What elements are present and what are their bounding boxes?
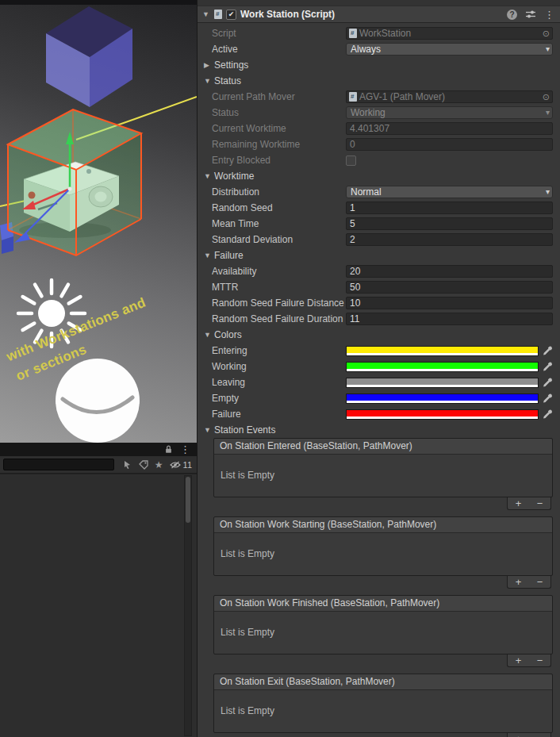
leaving-label: Leaving <box>212 377 346 388</box>
row-active: Active Always ▾ <box>198 41 560 57</box>
mttr-label: MTTR <box>212 282 346 293</box>
row-mean-time: Mean Time <box>198 216 560 232</box>
entry-blocked-label: Entry Blocked <box>212 155 346 166</box>
leaving-color-swatch[interactable] <box>346 378 539 388</box>
eyedropper-icon[interactable] <box>543 362 553 372</box>
row-color-leaving: Leaving <box>198 374 560 390</box>
event-empty-text: List is Empty <box>214 533 552 575</box>
entering-color-swatch[interactable] <box>346 346 539 356</box>
status-label: Status <box>212 107 346 118</box>
foldout-settings-label: Settings <box>214 59 248 71</box>
event-title: On Station Work Finished (BaseStation, P… <box>214 596 552 612</box>
foldout-failure[interactable]: ▼ Failure <box>198 248 560 263</box>
eyedropper-icon[interactable] <box>543 409 553 420</box>
foldout-worktime[interactable]: ▼ Worktime <box>198 168 560 184</box>
mttr-field[interactable] <box>346 281 553 294</box>
inspector-panel: ▼ ✔ Work Station (Script) ? ⋮ Script <box>197 0 560 737</box>
row-entry-blocked: Entry Blocked <box>198 152 560 168</box>
current-path-mover-field[interactable]: AGV-1 (Path Mover) ⊙ <box>346 90 553 103</box>
hidden-objects-count[interactable]: 11 <box>170 460 192 470</box>
pointer-icon[interactable] <box>123 460 132 470</box>
object-picker-icon[interactable]: ⊙ <box>543 93 550 102</box>
chevron-right-icon: ▶ <box>204 61 214 69</box>
current-path-mover-label: Current Path Mover <box>212 91 346 102</box>
lock-icon[interactable] <box>164 444 173 455</box>
script-object-field[interactable]: WorkStation ⊙ <box>346 27 553 40</box>
standard-deviation-field[interactable] <box>346 233 553 246</box>
empty-color-swatch[interactable] <box>346 393 539 404</box>
foldout-station-events[interactable]: ▼ Station Events <box>198 422 560 438</box>
active-dropdown[interactable]: Always ▾ <box>346 43 553 56</box>
foldout-status[interactable]: ▼ Status <box>198 73 560 89</box>
entry-blocked-checkbox <box>346 155 356 166</box>
mean-time-field[interactable] <box>346 217 553 230</box>
remove-button[interactable]: − <box>537 734 543 737</box>
component-enabled-checkbox[interactable]: ✔ <box>226 10 236 20</box>
kebab-menu-icon[interactable]: ⋮ <box>180 444 190 455</box>
row-remaining-worktime: Remaining Worktime 0 <box>198 136 560 152</box>
availability-field[interactable] <box>346 265 553 278</box>
event-empty-text: List is Empty <box>214 455 552 497</box>
eyedropper-icon[interactable] <box>543 378 553 388</box>
row-color-working: Working <box>198 359 560 374</box>
component-header: ▼ ✔ Work Station (Script) ? ⋮ <box>198 6 560 23</box>
tag-icon[interactable] <box>139 460 148 470</box>
entering-label: Entering <box>212 345 346 356</box>
search-input[interactable] <box>3 459 114 470</box>
row-mttr: MTTR <box>198 279 560 295</box>
event-list-buttons: + − <box>507 576 551 589</box>
failure-color-swatch[interactable] <box>346 409 539 420</box>
event-list-buttons: + − <box>507 497 551 510</box>
scrollbar-track[interactable] <box>184 475 192 736</box>
scrollbar-thumb[interactable] <box>186 477 190 523</box>
foldout-worktime-label: Worktime <box>214 171 254 182</box>
add-button[interactable]: + <box>516 498 522 509</box>
chevron-down-icon: ▼ <box>204 251 214 259</box>
component-foldout-icon[interactable]: ▼ <box>202 10 210 18</box>
presets-icon[interactable] <box>525 10 536 19</box>
foldout-colors[interactable]: ▼ Colors <box>198 327 560 343</box>
favorites-star-icon[interactable]: ★ <box>155 460 163 470</box>
random-seed-failure-duration-field[interactable] <box>346 313 553 325</box>
random-seed-failure-distance-field[interactable] <box>346 297 553 309</box>
scene-view[interactable]: with Workstations and or sections <box>0 0 197 443</box>
row-status: Status Working ▾ <box>198 105 560 121</box>
add-button[interactable]: + <box>516 577 522 588</box>
header-icons: ? ⋮ <box>507 10 554 20</box>
current-worktime-label: Current Worktime <box>212 123 346 134</box>
current-worktime-field: 4.401307 <box>346 122 553 135</box>
distribution-dropdown[interactable]: Normal ▾ <box>346 186 553 198</box>
script-object-name: WorkStation <box>359 28 540 39</box>
remaining-worktime-label: Remaining Worktime <box>212 139 346 150</box>
remove-button[interactable]: − <box>537 498 543 509</box>
working-color-swatch[interactable] <box>346 362 539 372</box>
foldout-settings[interactable]: ▶ Settings <box>198 57 560 73</box>
add-button[interactable]: + <box>516 734 522 737</box>
chevron-down-icon: ▼ <box>204 77 214 85</box>
event-empty-text: List is Empty <box>214 690 552 732</box>
kebab-menu-icon[interactable]: ⋮ <box>544 10 554 20</box>
row-random-seed-failure-distance: Random Seed Failure Distance <box>198 295 560 311</box>
row-distribution: Distribution Normal ▾ <box>198 184 560 200</box>
inspector-top-strip <box>198 0 560 6</box>
row-availability: Availability <box>198 263 560 279</box>
help-icon[interactable]: ? <box>507 10 517 20</box>
random-seed-field[interactable] <box>346 202 553 214</box>
row-script: Script WorkStation ⊙ <box>198 25 560 41</box>
gizmo-center[interactable] <box>68 187 72 191</box>
eyedropper-icon[interactable] <box>543 393 553 404</box>
remove-button[interactable]: − <box>537 655 543 666</box>
add-button[interactable]: + <box>516 655 522 666</box>
mean-time-label: Mean Time <box>212 218 346 229</box>
eyedropper-icon[interactable] <box>543 346 553 356</box>
row-current-worktime: Current Worktime 4.401307 <box>198 121 560 136</box>
event-on-station-entered: On Station Entered (BaseStation, PathMov… <box>213 438 553 510</box>
foldout-colors-label: Colors <box>214 329 242 340</box>
failure-label: Failure <box>212 409 346 420</box>
remaining-worktime-field: 0 <box>346 138 553 151</box>
object-picker-icon[interactable]: ⊙ <box>543 29 550 38</box>
chevron-down-icon: ▾ <box>546 107 550 118</box>
row-color-empty: Empty <box>198 390 560 406</box>
remove-button[interactable]: − <box>537 577 543 588</box>
sphere-probe-icon[interactable] <box>53 358 142 443</box>
